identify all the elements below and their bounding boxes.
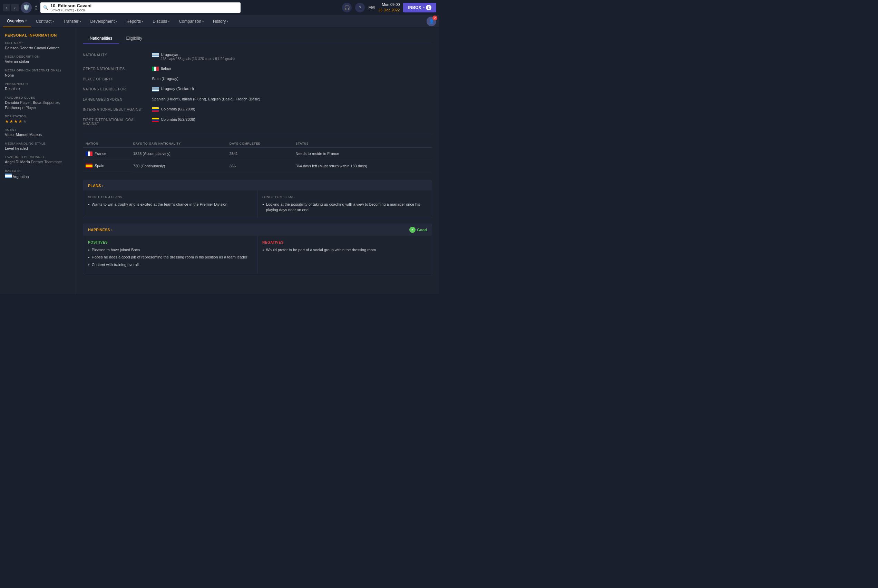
star-5: ★ xyxy=(23,119,27,124)
nationality-sub: 136 caps / 58 goals (13 U20 caps / 9 U20… xyxy=(161,57,235,61)
favoured-personnel-label: Favoured Personnel xyxy=(5,155,71,159)
datetime: Mon 09:00 26 Dec 2022 xyxy=(378,2,400,13)
media-opinion-group: Media Opinion (International) None xyxy=(5,69,71,78)
reputation-group: Reputation ★ ★ ★ ★ ★ xyxy=(5,115,71,124)
sub-tabs: Nationalities Eligibility xyxy=(83,33,432,44)
table-cell-nation-spain: Spain xyxy=(83,160,131,172)
down-arrow-icon[interactable]: ▼ xyxy=(35,8,38,11)
left-panel: Personal Information Full Name Edinson R… xyxy=(0,28,76,294)
languages-value: Spanish (Fluent), Italian (Fluent), Engl… xyxy=(152,96,432,103)
personality-value: Resolute xyxy=(5,86,71,92)
favoured-personnel-value: Ángel Di María Former Teammate xyxy=(5,159,71,165)
bullet-icon: ● xyxy=(88,202,90,207)
search-content: 10. Edinson Cavani Striker (Centre) - Bo… xyxy=(50,3,92,12)
col-days-completed: Days Completed xyxy=(227,140,293,148)
star-1: ★ xyxy=(5,119,9,124)
sub-tab-eligibility[interactable]: Eligibility xyxy=(119,33,149,44)
search-bar: 🔍 10. Edinson Cavani Striker (Centre) - … xyxy=(41,2,240,13)
colombia-flag-2 xyxy=(152,118,159,122)
nationality-grid: Nationality Uruguayan 136 caps / 58 goal… xyxy=(83,51,432,127)
forward-button[interactable]: › xyxy=(11,4,19,11)
negatives-label: Negatives xyxy=(262,240,427,244)
agent-value: Víctor Manuel Mateos xyxy=(5,132,71,137)
full-name-group: Full Name Edinson Roberto Cavani Gómez xyxy=(5,41,71,51)
plans-title: PLANS xyxy=(88,184,101,188)
first-goal-label: First International Goal Against xyxy=(83,116,152,127)
based-in-value: Argentina xyxy=(5,173,71,179)
right-panel: Nationalities Eligibility Nationality Ur… xyxy=(76,28,439,294)
avatar-notification-badge: 2 xyxy=(432,15,437,20)
negative-item-1: ● Would prefer to be part of a social gr… xyxy=(262,247,427,253)
colombia-flag xyxy=(152,107,159,112)
media-handling-value: Level-headed xyxy=(5,146,71,151)
short-term-label: Short-Term Plans xyxy=(88,195,252,199)
nav-tabs: Overview ▾ Contract ▾ Transfer ▾ Develop… xyxy=(0,15,439,28)
tab-overview[interactable]: Overview ▾ xyxy=(3,15,31,27)
table-cell-status-spain: 364 days left (Must return within 183 da… xyxy=(293,160,432,172)
tab-comparison[interactable]: Comparison ▾ xyxy=(175,15,208,27)
italy-flag xyxy=(152,67,159,71)
tab-discuss[interactable]: Discuss ▾ xyxy=(149,15,174,27)
nationality-value: Uruguayan 136 caps / 58 goals (13 U20 ca… xyxy=(152,51,432,62)
help-icon[interactable]: ? xyxy=(355,3,365,12)
inbox-count-badge: 2 xyxy=(426,5,431,10)
star-2: ★ xyxy=(9,119,14,124)
nationality-block: Uruguayan 136 caps / 58 goals (13 U20 ca… xyxy=(161,52,235,61)
positive-item-1: ● Pleased to have joined Boca xyxy=(88,247,252,253)
bullet-pos-1: ● xyxy=(88,248,90,252)
tab-contract-arrow: ▾ xyxy=(53,20,54,23)
top-icons: 🎧 ? FM Mon 09:00 26 Dec 2022 INBOX » 2 xyxy=(342,2,436,13)
personal-info-title: Personal Information xyxy=(5,33,71,37)
bullet-pos-2: ● xyxy=(88,255,90,260)
tab-contract[interactable]: Contract ▾ xyxy=(32,15,59,27)
table-cell-nation-france: France xyxy=(83,148,131,160)
plans-expand-icon: › xyxy=(102,184,104,188)
nationality-label: Nationality xyxy=(83,51,152,58)
media-desc-value: Veteran striker xyxy=(5,59,71,64)
first-goal-value: Colombia (6/2/2008) xyxy=(152,116,432,127)
place-of-birth-label: Place of Birth xyxy=(83,75,152,82)
star-3: ★ xyxy=(14,119,18,124)
happiness-good-icon: ✓ xyxy=(409,227,416,233)
table-cell-days-spain: 730 (Continuously) xyxy=(131,160,227,172)
nations-eligible-label: Nations Eligible For xyxy=(83,85,152,93)
sub-tab-nationalities[interactable]: Nationalities xyxy=(83,33,119,44)
table-row: Spain 730 (Continuously) 366 364 days le… xyxy=(83,160,432,172)
tab-transfer[interactable]: Transfer ▾ xyxy=(59,15,85,27)
nav-arrows: ‹ › xyxy=(3,4,19,11)
col-nation: Nation xyxy=(83,140,131,148)
happiness-header[interactable]: HAPPINESS › ✓ Good xyxy=(83,224,432,236)
up-arrow-icon[interactable]: ▲ xyxy=(35,4,38,8)
media-handling-label: Media Handling Style xyxy=(5,142,71,145)
happiness-title: HAPPINESS xyxy=(88,228,110,232)
tab-reports[interactable]: Reports ▾ xyxy=(122,15,148,27)
player-position: Striker (Centre) - Boca xyxy=(50,8,92,12)
inbox-button[interactable]: INBOX » 2 xyxy=(403,3,436,12)
user-avatar[interactable]: 👤 2 xyxy=(426,16,436,26)
positives-label: Positives xyxy=(88,240,252,244)
tab-overview-arrow: ▾ xyxy=(25,20,27,23)
table-cell-days-france: 1825 (Accumulatively) xyxy=(131,148,227,160)
plans-header[interactable]: PLANS › xyxy=(83,181,432,190)
fm-logo: FM xyxy=(368,5,375,10)
back-button[interactable]: ‹ xyxy=(3,4,11,11)
intl-debut-value: Colombia (6/2/2008) xyxy=(152,106,432,113)
star-4: ★ xyxy=(18,119,23,124)
tab-discuss-arrow: ▾ xyxy=(168,20,170,23)
media-opinion-value: None xyxy=(5,73,71,78)
tab-development[interactable]: Development ▾ xyxy=(86,15,122,27)
personality-group: Personality Resolute xyxy=(5,82,71,92)
bullet-icon-2: ● xyxy=(262,202,264,207)
reputation-stars: ★ ★ ★ ★ ★ xyxy=(5,119,71,124)
team-badge: 🛡️ xyxy=(21,2,32,13)
uruguay-flag xyxy=(152,53,159,57)
based-in-label: Based In xyxy=(5,169,71,172)
favoured-clubs-value: Danubio Player, Boca Supporter, Partheno… xyxy=(5,100,71,111)
full-name-label: Full Name xyxy=(5,41,71,45)
based-in-group: Based In Argentina xyxy=(5,169,71,179)
headset-icon[interactable]: 🎧 xyxy=(342,3,352,12)
short-term-col: Short-Term Plans ● Wants to win a trophy… xyxy=(83,190,257,218)
uruguay-flag-2 xyxy=(152,87,159,92)
tab-history[interactable]: History ▾ xyxy=(209,15,233,27)
agent-group: Agent Víctor Manuel Mateos xyxy=(5,128,71,137)
